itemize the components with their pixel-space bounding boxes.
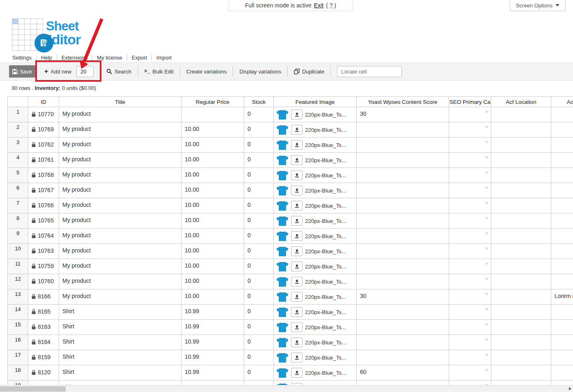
acf-location-cell[interactable] <box>491 350 551 365</box>
column-header-id[interactable]: ID <box>28 97 59 107</box>
regular-price-cell[interactable]: 10.99 <box>181 335 244 350</box>
stock-cell[interactable]: 0 <box>244 274 274 289</box>
scroll-right-arrow-icon[interactable] <box>569 387 571 390</box>
duplicate-button[interactable]: Duplicate <box>294 69 324 75</box>
row-number-cell[interactable]: 19 <box>8 381 28 385</box>
seo-primary-cat-cell[interactable] <box>449 259 491 274</box>
acf-location-cell[interactable] <box>491 198 551 213</box>
stock-cell[interactable]: 0 <box>244 213 274 229</box>
acf-location-cell[interactable] <box>491 274 551 289</box>
upload-image-button[interactable] <box>291 231 303 241</box>
id-cell[interactable]: 10762 <box>28 138 59 153</box>
regular-price-cell[interactable]: 10.00 <box>181 229 244 244</box>
featured-image-cell[interactable]: 220px-Blue_Ts... <box>274 259 357 274</box>
featured-image-cell[interactable]: 220px-Blue_Ts... <box>274 153 357 168</box>
fullscreen-help-link[interactable]: ( ? ) <box>326 2 336 9</box>
seo-primary-cat-cell[interactable] <box>449 335 491 350</box>
menu-item-import[interactable]: Import <box>156 55 172 61</box>
id-cell[interactable]: 10770 <box>28 107 59 122</box>
upload-image-button[interactable] <box>291 322 303 332</box>
column-header-acf-location[interactable]: Acf Location <box>491 97 551 107</box>
row-number-cell[interactable]: 8 <box>8 213 28 229</box>
title-cell[interactable]: Shirt <box>59 365 181 381</box>
column-header-seo-primary-ca[interactable]: SEO Primary Ca <box>449 97 491 107</box>
regular-price-cell[interactable]: 9.99 <box>181 381 244 385</box>
id-cell[interactable]: 10769 <box>28 122 59 138</box>
seo-primary-cat-cell[interactable] <box>449 213 491 229</box>
acf-extra-cell[interactable] <box>551 107 573 122</box>
stock-cell[interactable]: 0 <box>244 305 274 320</box>
regular-price-cell[interactable]: 10.99 <box>181 305 244 320</box>
locate-cell-input[interactable] <box>337 66 402 77</box>
acf-extra-cell[interactable] <box>551 381 573 385</box>
yoast-score-cell[interactable] <box>357 213 449 229</box>
row-number-cell[interactable]: 14 <box>8 305 28 320</box>
seo-primary-cat-cell[interactable] <box>449 168 491 183</box>
save-button[interactable]: Save <box>9 65 35 78</box>
acf-extra-cell[interactable] <box>551 274 573 289</box>
add-new-button[interactable]: + Add new <box>44 66 94 77</box>
acf-location-cell[interactable] <box>491 289 551 305</box>
acf-extra-cell[interactable] <box>551 138 573 153</box>
yoast-score-cell[interactable] <box>357 138 449 153</box>
yoast-score-cell[interactable]: 60 <box>357 365 449 381</box>
upload-image-button[interactable] <box>291 307 303 317</box>
regular-price-cell[interactable]: 10.00 <box>181 153 244 168</box>
yoast-score-cell[interactable] <box>357 153 449 168</box>
featured-image-cell[interactable]: 220px-Blue_Ts... <box>274 350 357 365</box>
row-number-cell[interactable]: 4 <box>8 153 28 168</box>
featured-image-cell[interactable]: 220px-Blue_Ts... <box>274 198 357 213</box>
acf-extra-cell[interactable] <box>551 168 573 183</box>
upload-image-button[interactable] <box>291 261 303 271</box>
yoast-score-cell[interactable] <box>357 229 449 244</box>
column-header-regular-price[interactable]: Regular Price <box>181 97 244 107</box>
featured-image-cell[interactable]: 220px-Blue_Ts... <box>274 365 357 381</box>
featured-image-cell[interactable]: 220px-Blue_Ts... <box>274 381 357 385</box>
regular-price-cell[interactable]: 10.00 <box>181 289 244 305</box>
seo-primary-cat-cell[interactable] <box>449 244 491 259</box>
yoast-score-cell[interactable]: 30 <box>357 289 449 305</box>
acf-extra-cell[interactable] <box>551 365 573 381</box>
yoast-score-cell[interactable] <box>357 350 449 365</box>
seo-primary-cat-cell[interactable] <box>449 381 491 385</box>
acf-extra-cell[interactable] <box>551 153 573 168</box>
seo-primary-cat-cell[interactable] <box>449 153 491 168</box>
title-cell[interactable]: Shirt <box>59 350 181 365</box>
acf-location-cell[interactable] <box>491 138 551 153</box>
regular-price-cell[interactable]: 10.00 <box>181 198 244 213</box>
id-cell[interactable]: 8164 <box>28 335 59 350</box>
title-cell[interactable]: Shirt <box>59 381 181 385</box>
id-cell[interactable]: 8120 <box>28 365 59 381</box>
row-number-cell[interactable]: 7 <box>8 198 28 213</box>
id-cell[interactable]: 10765 <box>28 213 59 229</box>
title-cell[interactable]: Shirt <box>59 320 181 335</box>
regular-price-cell[interactable]: 10.00 <box>181 213 244 229</box>
acf-location-cell[interactable] <box>491 183 551 198</box>
seo-primary-cat-cell[interactable] <box>449 320 491 335</box>
acf-location-cell[interactable] <box>491 381 551 385</box>
scrollbar-thumb[interactable] <box>0 386 66 392</box>
acf-extra-cell[interactable] <box>551 198 573 213</box>
featured-image-cell[interactable]: 220px-Blue_Ts... <box>274 305 357 320</box>
title-cell[interactable]: My product <box>59 229 181 244</box>
stock-cell[interactable]: 0 <box>244 168 274 183</box>
featured-image-cell[interactable]: 220px-Blue_Ts... <box>274 244 357 259</box>
horizontal-scrollbar[interactable] <box>0 385 573 392</box>
stock-cell[interactable]: 0 <box>244 350 274 365</box>
stock-cell[interactable]: 0 <box>244 229 274 244</box>
upload-image-button[interactable] <box>291 353 303 362</box>
menu-item-settings[interactable]: Settings <box>12 55 32 61</box>
featured-image-cell[interactable]: 220px-Blue_Ts... <box>274 168 357 183</box>
acf-location-cell[interactable] <box>491 107 551 122</box>
id-cell[interactable]: 10761 <box>28 153 59 168</box>
regular-price-cell[interactable]: 10.99 <box>181 350 244 365</box>
acf-extra-cell[interactable] <box>551 183 573 198</box>
acf-location-cell[interactable] <box>491 168 551 183</box>
yoast-score-cell[interactable] <box>357 305 449 320</box>
screen-options-button[interactable]: Screen Options <box>510 0 566 11</box>
seo-primary-cat-cell[interactable] <box>449 138 491 153</box>
acf-extra-cell[interactable] <box>551 335 573 350</box>
menu-item-extensions[interactable]: Extensions <box>62 55 88 61</box>
bulk-edit-button[interactable]: >_ Bulk Edit <box>144 69 174 75</box>
menu-item-my-license[interactable]: My license <box>97 55 122 61</box>
